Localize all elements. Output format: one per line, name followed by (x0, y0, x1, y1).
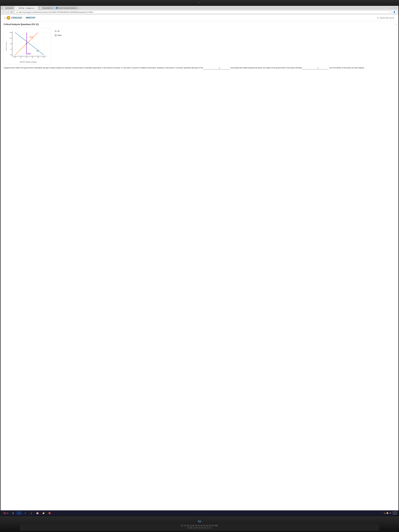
cengage-brand-label: CENGAGE (11, 17, 22, 19)
key-f1[interactable]: f1 (181, 525, 183, 526)
browser-close[interactable]: × (395, 6, 397, 10)
y-axis-label: PRICE LEVEL (5, 29, 7, 63)
legend-ad-symbol (55, 30, 57, 32)
page-title: Critical Analysis Questions (Ch 11) (4, 23, 395, 25)
key-f7[interactable]: f7 (197, 525, 200, 526)
tab-bar: 📄 ge Learnin 📄 MindTap - Cengage Lea × 📄… (0, 6, 399, 10)
page-close-button[interactable]: > (396, 23, 397, 26)
keyboard-area: f1 f2 f3 f4 f5 f6 f7 f8 f9 f10 f11 f12 i… (20, 524, 379, 531)
economics-chart-container: PRICE LEVEL OUTPUT (Trillions of dollars… (4, 28, 51, 64)
key-equals[interactable]: = (209, 527, 212, 529)
tab-label-ge: ge Learnin (6, 7, 13, 9)
calendar-icon: 📅 (36, 512, 39, 514)
key-f3[interactable]: f3 (186, 525, 189, 526)
search-course-button[interactable]: 🔍 Search this course (375, 16, 396, 20)
browser-tab-mindtap[interactable]: 📄 MindTap - Cengage Lea × (14, 6, 38, 10)
question-text-2: associated with implementing fiscal poli… (230, 67, 302, 69)
task-view-icon: ⊞ (12, 512, 14, 514)
taskbar: ⭕ rch ⊞ e ❖ a 📅 📁 🔴 ^ 🖥 📶 🔊 (0, 510, 399, 516)
taskbar-amazon[interactable]: a (29, 511, 34, 515)
key-minus[interactable]: - (207, 527, 209, 529)
browser-tab-young-nails[interactable]: 📄 Young Nails Inc (38, 6, 54, 10)
tab-icon-search-tb: 🔵 (56, 7, 58, 9)
address-bar[interactable]: 🔒 https://ng.cengage.com/static/nb/ui/ev… (14, 10, 397, 14)
refresh-button[interactable]: ↻ (10, 11, 13, 14)
amazon-icon: a (30, 512, 33, 514)
key-f12[interactable]: f12 (211, 525, 214, 526)
content-area: PRICE LEVEL OUTPUT (Trillions of dollars… (4, 28, 395, 64)
key-6[interactable]: ^6 (193, 527, 195, 529)
key-4[interactable]: $4 (187, 527, 190, 529)
key-f4[interactable]: f4 (189, 525, 192, 526)
key-f8[interactable]: f8 (200, 525, 203, 526)
cengage-logo: ✦ CENGAGE | MINDTAP (6, 16, 35, 20)
key-f2[interactable]: f2 (184, 525, 186, 526)
dropbox-icon: ❖ (24, 512, 26, 514)
key-insert[interactable]: insert (214, 525, 218, 526)
system-tray-icon-1: ^ (382, 512, 383, 514)
taskbar-date-display: 10/27/2 (392, 513, 397, 515)
tab-close-mindtap[interactable]: × (36, 7, 36, 9)
tab-label-search-tb: Search Textbook Solutions | (59, 7, 76, 9)
url-text: https://ng.cengage.com/static/nb/ui/evo/… (19, 11, 93, 13)
blank-dropdown-1[interactable] (204, 66, 230, 70)
key-f6[interactable]: f6 (195, 525, 197, 526)
add-tab-button[interactable]: + (78, 6, 82, 10)
legend-item-ad: AD (55, 30, 62, 32)
key-f10[interactable]: f10 (206, 525, 208, 526)
keyboard-row-2: $4 %5 ^6 &7 *8 (9 )0 - = (20, 527, 379, 529)
browser-chrome: 📄 ge Learnin 📄 MindTap - Cengage Lea × 📄… (0, 6, 399, 15)
taskbar-search[interactable]: ⭕ rch (2, 511, 10, 515)
question-text-1: Suppose that in March the government und… (4, 67, 203, 69)
edge-icon: e (18, 512, 20, 514)
economics-chart (7, 29, 49, 61)
key-9[interactable]: (9 (201, 527, 203, 529)
key-0[interactable]: )0 (204, 527, 206, 529)
forward-button[interactable]: → (6, 11, 9, 14)
blank-dropdown-2[interactable] (302, 66, 329, 70)
keyboard-row-1: f1 f2 f3 f4 f5 f6 f7 f8 f9 f10 f11 f12 i… (20, 525, 379, 526)
search-icon: 🔍 (377, 17, 379, 19)
laptop-camera (199, 2, 200, 3)
cengage-header: « ✦ CENGAGE | MINDTAP 🔍 Search this cour… (0, 15, 399, 21)
question-text: Suppose that in March the government und… (4, 66, 395, 70)
browser-content: « ✦ CENGAGE | MINDTAP 🔍 Search this cour… (0, 15, 399, 510)
key-7[interactable]: &7 (196, 527, 198, 529)
taskbar-calendar[interactable]: 📅 (35, 511, 40, 515)
profile-icon[interactable]: 👤 (393, 11, 395, 13)
monitor-icon: 🖥 (384, 512, 385, 514)
key-5[interactable]: %5 (190, 527, 192, 529)
taskbar-file-explorer[interactable]: 📁 (41, 511, 46, 515)
address-bar-row: ← → ↻ 🔒 https://ng.cengage.com/static/nb… (0, 10, 399, 14)
page-content: > Critical Analysis Questions (Ch 11) PR… (0, 21, 399, 510)
key-f11[interactable]: f11 (209, 525, 211, 526)
back-button[interactable]: ← (2, 11, 5, 14)
key-8[interactable]: *8 (198, 527, 201, 529)
legend-item-sras: SRAS (55, 35, 62, 36)
nav-collapse-icon[interactable]: « (3, 17, 6, 19)
header-divider: | (24, 17, 24, 19)
bookmark-star-icon[interactable]: ☆ (389, 11, 391, 13)
browser-tab-ge-learning[interactable]: 📄 ge Learnin (2, 6, 14, 10)
key-f9[interactable]: f9 (203, 525, 205, 526)
mindtap-label: MINDTAP (26, 17, 35, 19)
reader-mode-icon[interactable]: ≡ (392, 11, 393, 13)
taskbar-edge[interactable]: e (17, 511, 22, 515)
windows-search-icon: ⭕ (3, 512, 6, 514)
hp-logo: hp (198, 519, 201, 523)
file-explorer-icon: 📁 (42, 512, 45, 514)
network-icon: 📶 (386, 512, 388, 514)
browser-tab-search[interactable]: 🔵 Search Textbook Solutions | (54, 6, 78, 10)
taskbar-task-view[interactable]: ⊞ (10, 511, 16, 515)
taskbar-search-label: rch (6, 512, 8, 514)
volume-icon: 🔊 (389, 512, 391, 514)
taskbar-time-display: 2:23 PM (392, 511, 397, 513)
tab-icon-ge: 📄 (3, 7, 5, 9)
taskbar-dropbox[interactable]: ❖ (23, 511, 28, 515)
browser-maximize[interactable]: □ (393, 6, 395, 10)
taskbar-office[interactable]: 🔴 (47, 511, 52, 515)
taskbar-clock: 2:23 PM 10/27/2 (392, 511, 397, 515)
browser-minimize[interactable]: — (390, 6, 393, 10)
taskbar-right: ^ 🖥 📶 🔊 2:23 PM 10/27/2 (382, 511, 397, 515)
key-f5[interactable]: f5 (192, 525, 194, 526)
